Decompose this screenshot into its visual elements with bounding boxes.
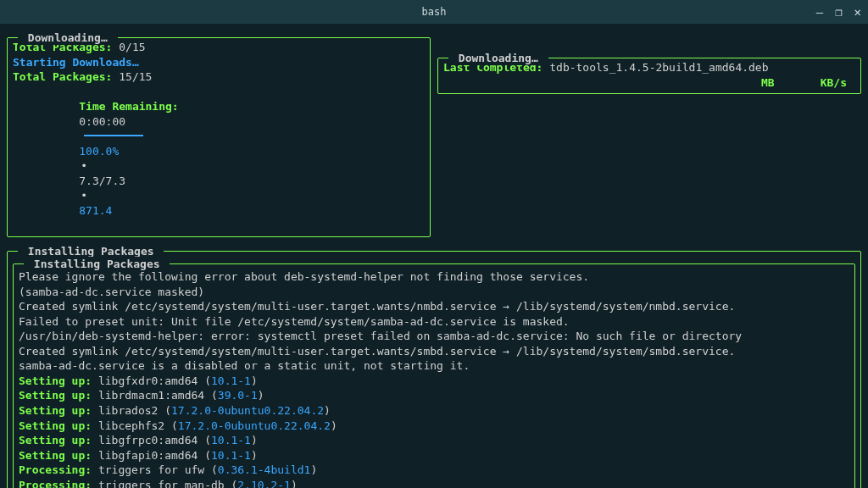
time-remaining-line: Time Remaining: 0:00:00 100.0% • 7.3/7.3…: [13, 85, 425, 233]
entry-version: 10.1-1: [211, 434, 251, 446]
log-entry: Processing: triggers for man-db (2.10.2-…: [19, 478, 849, 488]
log-line: samba-ad-dc.service is a disabled or a s…: [19, 358, 849, 374]
log-entry: Setting up: libgfxdr0:amd64 (10.1-1): [19, 374, 849, 389]
entry-pkg: libgfrpc0:amd64: [98, 434, 198, 446]
install-log: Please ignore the following error about …: [19, 268, 849, 488]
download-right-col: Downloading… Last Completed: tdb-tools_1…: [437, 29, 861, 94]
log-line: Failed to preset unit: Unit file /etc/sy…: [19, 314, 849, 330]
log-line: Created symlink /etc/systemd/system/mult…: [19, 299, 849, 314]
maximize-icon[interactable]: ❐: [835, 4, 842, 20]
entry-verb: Setting up:: [19, 389, 92, 402]
entry-pkg: librdmacm1:amd64: [98, 389, 204, 402]
entry-verb: Setting up:: [19, 419, 92, 432]
installing-inner-title: Installing Packages: [24, 257, 170, 272]
download-percent: 100.0%: [79, 145, 119, 158]
installing-outer-box: Installing Packages Installing Packages …: [7, 251, 861, 488]
entry-version: 0.36.1-4build1: [218, 463, 311, 476]
entry-pkg: librados2: [98, 404, 158, 417]
total-packages-after: Total Packages: 15/15: [13, 69, 425, 85]
log-entry: Setting up: librdmacm1:amd64 (39.0-1): [19, 388, 849, 403]
log-line: Please ignore the following error about …: [19, 269, 849, 285]
window-controls: — ❐ ✕: [816, 0, 861, 24]
entry-pkg: triggers for ufw: [98, 463, 204, 476]
entry-version: 10.1-1: [211, 374, 251, 387]
unit-size: MB: [761, 75, 775, 91]
entry-version: 17.2.0-0ubuntu0.22.04.2: [171, 404, 324, 417]
minimize-icon[interactable]: —: [816, 4, 823, 20]
entry-version: 17.2.0-0ubuntu0.22.04.2: [178, 419, 331, 432]
entry-pkg: libcephfs2: [98, 419, 164, 432]
download-ratio: 7.3/7.3: [79, 175, 125, 187]
download-left-col: Downloading… Total Packages: 0/15 Starti…: [7, 29, 431, 237]
installing-inner-box: Installing Packages Please ignore the fo…: [13, 263, 855, 488]
unit-rate: KB/s: [821, 75, 847, 91]
downloading-box-left: Downloading… Total Packages: 0/15 Starti…: [7, 37, 431, 237]
window-title: bash: [422, 5, 447, 19]
log-entry: Setting up: librados2 (17.2.0-0ubuntu0.2…: [19, 403, 849, 419]
downloading-box-right: Downloading… Last Completed: tdb-tools_1…: [437, 58, 861, 94]
download-rate: 871.4: [79, 204, 112, 217]
entry-verb: Processing:: [19, 463, 92, 476]
entry-verb: Setting up:: [19, 434, 92, 446]
download-row: Downloading… Total Packages: 0/15 Starti…: [7, 29, 861, 237]
window-titlebar: bash — ❐ ✕: [0, 0, 868, 24]
terminal-area: Downloading… Total Packages: 0/15 Starti…: [0, 24, 868, 488]
entry-verb: Processing:: [19, 479, 92, 488]
log-line: (samba-ad-dc.service masked): [19, 285, 849, 300]
log-entry: Processing: triggers for ufw (0.36.1-4bu…: [19, 463, 849, 478]
log-entry: Setting up: libcephfs2 (17.2.0-0ubuntu0.…: [19, 419, 849, 434]
entry-verb: Setting up:: [19, 404, 92, 417]
entry-pkg: triggers for man-db: [98, 479, 225, 488]
log-entry: Setting up: libgfrpc0:amd64 (10.1-1): [19, 433, 849, 448]
separator-dot: •: [79, 159, 89, 172]
entry-version: 2.10.2-1: [237, 479, 291, 488]
downloading-title: Downloading…: [18, 30, 118, 46]
log-entry: Setting up: libgfapi0:amd64 (10.1-1): [19, 448, 849, 463]
entry-verb: Setting up:: [19, 374, 92, 387]
units-row: MB KB/s: [443, 75, 855, 91]
entry-version: 10.1-1: [211, 449, 251, 462]
downloading-right-title: Downloading…: [448, 51, 548, 66]
entry-pkg: libgfapi0:amd64: [98, 449, 198, 462]
download-progress-bar: [84, 135, 143, 136]
log-line: /usr/bin/deb-systemd-helper: error: syst…: [19, 329, 849, 344]
entry-verb: Setting up:: [19, 449, 92, 462]
entry-version: 39.0-1: [218, 389, 258, 402]
entry-pkg: libgfxdr0:amd64: [98, 374, 198, 387]
log-line: Created symlink /etc/systemd/system/mult…: [19, 344, 849, 359]
close-icon[interactable]: ✕: [854, 4, 861, 20]
starting-downloads: Starting Downloads…: [13, 55, 425, 70]
separator-dot: •: [79, 189, 89, 202]
